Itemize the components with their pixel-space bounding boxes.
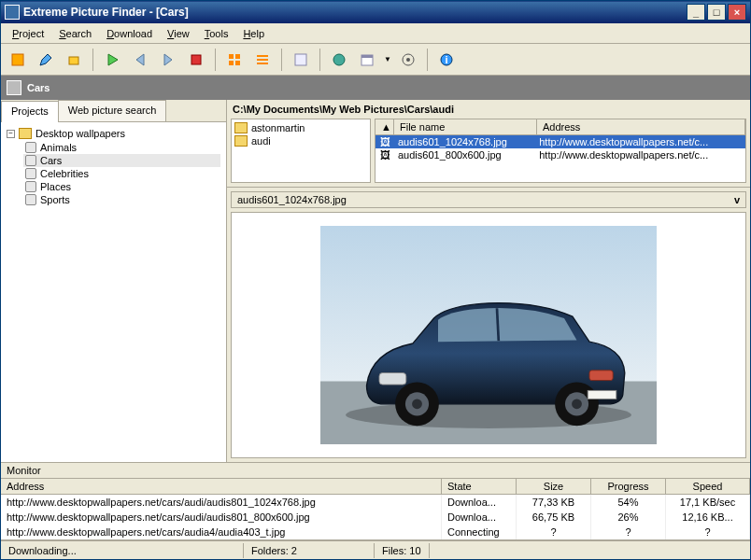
- tree-root[interactable]: − Desktop wallpapers: [7, 128, 220, 139]
- image-button[interactable]: [290, 49, 312, 71]
- svg-rect-13: [361, 55, 373, 58]
- svg-text:i: i: [445, 54, 447, 65]
- row-speed: 12,16 KB...: [666, 510, 750, 525]
- row-address: http://www.desktopwallpapers.net/cars/au…: [1, 495, 442, 510]
- separator: [92, 49, 93, 71]
- menu-view[interactable]: View: [160, 26, 197, 41]
- file-icon: 🖼: [376, 136, 394, 147]
- app-icon: [5, 5, 20, 20]
- column-sort[interactable]: ▲: [376, 119, 394, 134]
- svg-rect-7: [257, 55, 268, 57]
- tab-web-search[interactable]: Web picture search: [58, 100, 167, 121]
- row-progress: 54%: [591, 495, 666, 510]
- svg-rect-4: [235, 54, 240, 59]
- tree-item-label: Animals: [40, 142, 77, 153]
- new-project-button[interactable]: [7, 49, 29, 71]
- back-button[interactable]: [129, 49, 151, 71]
- svg-point-28: [572, 399, 582, 409]
- folder-item[interactable]: audi: [234, 134, 368, 147]
- svg-point-11: [333, 54, 345, 65]
- folder-item[interactable]: astonmartin: [234, 121, 368, 134]
- dropdown-arrow-icon[interactable]: ▼: [384, 55, 391, 63]
- row-progress: 26%: [591, 510, 666, 525]
- tree-root-label: Desktop wallpapers: [35, 128, 125, 139]
- svg-rect-2: [191, 55, 201, 64]
- folder-label: astonmartin: [251, 122, 305, 133]
- list-button[interactable]: [251, 49, 274, 71]
- menu-project[interactable]: Project: [5, 26, 51, 41]
- preview-filename: audis601_1024x768.jpg: [237, 194, 347, 205]
- svg-rect-10: [295, 54, 306, 65]
- row-size: ?: [517, 525, 591, 539]
- folder-list: astonmartinaudi: [231, 119, 371, 183]
- file-browser: astonmartinaudi ▲ File name Address 🖼aud…: [227, 119, 750, 188]
- tab-projects[interactable]: Projects: [1, 101, 59, 122]
- column-state[interactable]: State: [442, 479, 517, 494]
- folder-icon: [19, 128, 32, 139]
- folder-label: audi: [251, 135, 271, 147]
- separator: [281, 49, 282, 71]
- row-state: Connecting: [442, 525, 517, 539]
- monitor-row[interactable]: http://www.desktopwallpapers.net/cars/au…: [1, 495, 750, 510]
- preview-image: [320, 226, 657, 444]
- preview-header: audis601_1024x768.jpg v: [231, 191, 746, 208]
- file-name: audis601_1024x768.jpg: [394, 136, 535, 147]
- document-icon: [25, 142, 36, 153]
- menu-search[interactable]: Search: [51, 26, 99, 41]
- tree-item[interactable]: Places: [23, 180, 220, 193]
- collapse-preview-icon[interactable]: v: [734, 194, 740, 205]
- row-state: Downloa...: [442, 510, 517, 525]
- monitor-row[interactable]: http://www.desktopwallpapers.net/cars/au…: [1, 525, 750, 539]
- tree-item[interactable]: Animals: [23, 141, 220, 154]
- file-row[interactable]: 🖼audis601_800x600.jpghttp://www.desktopw…: [376, 148, 745, 161]
- maximize-button[interactable]: □: [707, 4, 726, 21]
- menu-tools[interactable]: Tools: [197, 26, 236, 41]
- stop-button[interactable]: [185, 49, 207, 71]
- monitor-row[interactable]: http://www.desktopwallpapers.net/cars/au…: [1, 510, 750, 525]
- tab-cars[interactable]: Cars: [27, 82, 50, 93]
- svg-rect-29: [588, 390, 616, 399]
- path-breadcrumb: C:\My Documents\My Web Pictures\Cars\aud…: [227, 100, 750, 119]
- row-speed: 17,1 KB/sec: [666, 495, 750, 510]
- info-button[interactable]: i: [435, 49, 458, 71]
- tree-item[interactable]: Celebrities: [23, 167, 220, 180]
- row-address: http://www.desktopwallpapers.net/cars/au…: [1, 525, 442, 539]
- collapse-icon[interactable]: −: [7, 130, 15, 138]
- svg-rect-6: [235, 61, 240, 65]
- column-progress[interactable]: Progress: [591, 479, 666, 494]
- tree-item[interactable]: Sports: [23, 193, 220, 206]
- separator: [319, 49, 320, 71]
- monitor-table: Address State Size Progress Speed http:/…: [1, 478, 750, 540]
- tree-item[interactable]: Cars: [23, 154, 220, 167]
- column-size[interactable]: Size: [517, 479, 591, 494]
- column-address[interactable]: Address: [537, 119, 745, 134]
- delete-button[interactable]: [63, 49, 85, 71]
- row-state: Downloa...: [442, 495, 517, 510]
- calendar-button[interactable]: [356, 49, 378, 71]
- forward-button[interactable]: [157, 49, 179, 71]
- column-speed[interactable]: Speed: [666, 479, 750, 494]
- play-button[interactable]: [101, 49, 123, 71]
- file-address: http://www.desktopwallpapers.net/c...: [535, 136, 745, 147]
- globe-button[interactable]: [328, 49, 350, 71]
- right-panel: C:\My Documents\My Web Pictures\Cars\aud…: [227, 100, 750, 462]
- edit-project-button[interactable]: [35, 49, 57, 71]
- column-filename[interactable]: File name: [394, 119, 537, 134]
- document-icon: [25, 168, 36, 179]
- column-address[interactable]: Address: [1, 479, 442, 494]
- document-tabbar: Cars: [1, 76, 750, 100]
- menu-help[interactable]: Help: [235, 26, 272, 41]
- svg-rect-3: [229, 54, 234, 59]
- svg-rect-21: [379, 373, 406, 385]
- panel-tabs: Projects Web picture search: [1, 100, 226, 122]
- menu-download[interactable]: Download: [99, 26, 160, 41]
- tree-item-label: Cars: [40, 155, 62, 166]
- left-panel: Projects Web picture search − Desktop wa…: [1, 100, 227, 462]
- tree-item-label: Sports: [40, 194, 70, 205]
- minimize-button[interactable]: _: [687, 4, 705, 21]
- status-files: Files: 10: [375, 543, 430, 558]
- grid-button[interactable]: [223, 49, 246, 71]
- close-button[interactable]: ×: [728, 4, 746, 21]
- file-row[interactable]: 🖼audis601_1024x768.jpghttp://www.desktop…: [376, 135, 745, 148]
- target-button[interactable]: [397, 49, 419, 71]
